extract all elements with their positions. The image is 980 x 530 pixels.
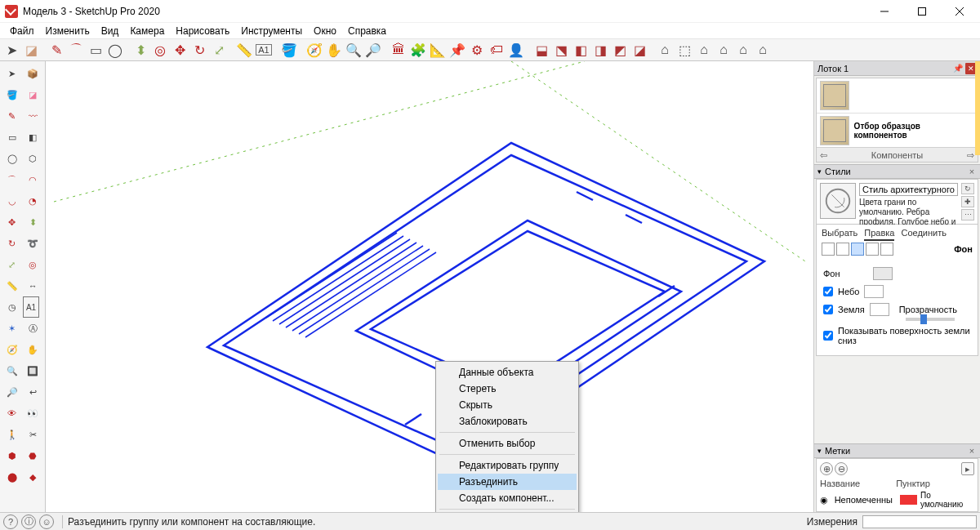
view-left-icon[interactable]: ⌂ xyxy=(753,40,773,60)
help-icon[interactable]: ? xyxy=(3,514,18,529)
select-tool[interactable]: ➤ xyxy=(2,40,21,60)
lt-prev[interactable]: ↩ xyxy=(23,381,44,403)
lt-rect[interactable]: ▭ xyxy=(2,127,23,148)
transparency-slider[interactable] xyxy=(906,318,955,321)
rotate-tool[interactable]: ↻ xyxy=(189,40,209,60)
lt-zoom[interactable]: 🔍 xyxy=(2,360,23,381)
pin-icon[interactable]: 📌 xyxy=(952,63,964,74)
extension-icon[interactable]: 🧩 xyxy=(408,40,428,60)
lt-move[interactable]: ✥ xyxy=(2,212,23,233)
lt-arc[interactable]: ⌒ xyxy=(2,169,23,190)
watermark-settings-icon[interactable] xyxy=(866,243,879,256)
menu-draw[interactable]: Нарисовать xyxy=(171,24,234,38)
warehouse-icon[interactable]: 🏛 xyxy=(389,40,408,60)
bg-color-swatch[interactable] xyxy=(873,267,893,280)
close-button[interactable] xyxy=(941,0,978,23)
style-update-button[interactable]: ↻ xyxy=(961,183,974,194)
eraser-tool[interactable]: ◪ xyxy=(21,40,41,60)
paint-tool[interactable]: 🪣 xyxy=(279,40,299,60)
components-footer[interactable]: ⇦ Компоненты ⇨ xyxy=(817,147,978,162)
menu-camera[interactable]: Камера xyxy=(125,24,169,38)
geo-icon[interactable]: ⓘ xyxy=(21,514,36,529)
lt-extra1[interactable]: ⬢ xyxy=(2,445,23,466)
tray-title-bar[interactable]: Лоток 1 📌 ✕ xyxy=(814,61,980,76)
face-settings-icon[interactable] xyxy=(836,243,849,256)
solid-tool-5[interactable]: ◩ xyxy=(610,40,630,60)
ground-checkbox[interactable] xyxy=(823,305,833,314)
close-icon[interactable]: × xyxy=(967,446,977,456)
layout-icon[interactable]: 📐 xyxy=(428,40,448,60)
solid-tool-2[interactable]: ⬔ xyxy=(551,40,571,60)
show-ground-checkbox[interactable] xyxy=(823,331,833,341)
tag-row[interactable]: ◉ Непомеченны По умолчанию xyxy=(820,490,974,510)
style-thumbnail[interactable] xyxy=(820,183,856,219)
lt-3dtext[interactable]: Ⓐ xyxy=(23,318,44,339)
col-name[interactable]: Название xyxy=(820,479,860,488)
lt-protractor[interactable]: ◷ xyxy=(2,296,23,318)
menu-file[interactable]: Файл xyxy=(5,24,39,38)
offset-tool[interactable]: ◎ xyxy=(150,40,170,60)
solid-tool-3[interactable]: ◧ xyxy=(571,40,590,60)
lt-extra3[interactable]: ⬤ xyxy=(2,466,23,488)
credits-icon[interactable]: ☺ xyxy=(39,514,54,529)
lt-text[interactable]: A1 xyxy=(23,296,39,318)
cm-lock[interactable]: Заблокировать xyxy=(438,413,577,430)
remove-tag-button[interactable]: ⊖ xyxy=(835,462,848,475)
tape-tool[interactable]: 📏 xyxy=(234,40,254,60)
lt-look[interactable]: 👀 xyxy=(23,403,44,424)
lt-line[interactable]: ✎ xyxy=(2,105,23,127)
menu-view[interactable]: Вид xyxy=(96,24,124,38)
menu-help[interactable]: Справка xyxy=(343,24,391,38)
lt-section[interactable]: ✂ xyxy=(23,424,44,445)
background-settings-icon[interactable] xyxy=(851,243,864,256)
pan-tool[interactable]: ✋ xyxy=(324,40,344,60)
lt-polygon[interactable]: ⬡ xyxy=(23,148,44,169)
tag-color-swatch[interactable] xyxy=(900,495,917,505)
view-back-icon[interactable]: ⌂ xyxy=(733,40,753,60)
cm-explode[interactable]: Разъединить xyxy=(438,474,577,490)
menu-window[interactable]: Окно xyxy=(309,24,341,38)
lt-position[interactable]: 👁 xyxy=(2,403,23,424)
lt-pan[interactable]: ✋ xyxy=(23,339,44,360)
edge-settings-icon[interactable] xyxy=(822,243,835,256)
move-tool[interactable]: ✥ xyxy=(170,40,189,60)
lt-scale[interactable]: ⤢ xyxy=(2,254,23,275)
lt-extra4[interactable]: ◆ xyxy=(23,466,44,488)
cm-make-component[interactable]: Создать компонент... xyxy=(438,490,577,506)
tags-panel-title[interactable]: ▾ Метки × xyxy=(814,443,980,458)
lt-tape[interactable]: 📏 xyxy=(2,275,23,296)
maximize-button[interactable] xyxy=(903,0,941,23)
line-tool[interactable]: ✎ xyxy=(47,40,66,60)
lt-orbit[interactable]: 🧭 xyxy=(2,339,23,360)
cm-hide[interactable]: Скрыть xyxy=(438,397,577,413)
tag-menu-button[interactable]: ▸ xyxy=(961,462,974,475)
similar-icon[interactable]: 📌 xyxy=(448,40,467,60)
cm-erase[interactable]: Стереть xyxy=(438,381,577,397)
orbit-tool[interactable]: 🧭 xyxy=(305,40,324,60)
cm-entity-info[interactable]: Данные объекта xyxy=(438,364,577,381)
view-front-icon[interactable]: ⌂ xyxy=(694,40,714,60)
lt-dimension[interactable]: ↔ xyxy=(23,275,44,296)
model-viewport[interactable]: Данные объекта Стереть Скрыть Заблокиров… xyxy=(46,61,813,512)
lt-freehand[interactable]: 〰 xyxy=(23,105,44,127)
lt-followme[interactable]: ➰ xyxy=(23,233,44,254)
view-top-icon[interactable]: ⬚ xyxy=(675,40,694,60)
solid-tool-6[interactable]: ◪ xyxy=(630,40,649,60)
modeling-settings-icon[interactable] xyxy=(880,243,893,256)
scale-tool[interactable]: ⤢ xyxy=(209,40,229,60)
view-iso-icon[interactable]: ⌂ xyxy=(655,40,675,60)
lt-zoomwin[interactable]: 🔲 xyxy=(23,360,44,381)
visibility-icon[interactable]: ◉ xyxy=(820,495,831,506)
tab-select[interactable]: Выбрать xyxy=(822,228,858,241)
lt-axes[interactable]: ✶ xyxy=(2,318,23,339)
lt-paint[interactable]: 🪣 xyxy=(2,84,23,105)
user-icon[interactable]: 👤 xyxy=(506,40,526,60)
lt-3parc[interactable]: ◡ xyxy=(2,190,23,212)
chevron-right-icon[interactable]: ⇨ xyxy=(967,150,974,161)
minimize-button[interactable] xyxy=(866,0,903,23)
ground-color-swatch[interactable] xyxy=(870,303,889,316)
menu-tools[interactable]: Инструменты xyxy=(236,24,307,38)
gear-icon[interactable]: ⚙ xyxy=(467,40,487,60)
collapse-icon[interactable]: ▾ xyxy=(817,167,822,176)
lt-offset[interactable]: ◎ xyxy=(23,254,44,275)
